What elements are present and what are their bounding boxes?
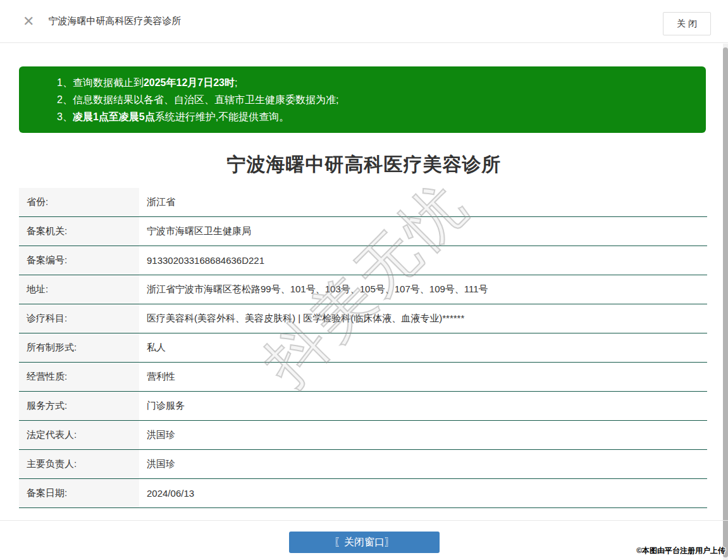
notice-banner: 1、查询数据截止到2025年12月7日23时; 2、信息数据结果以各省、自治区、… [19,66,706,133]
info-row-business-nature: 经营性质: 营利性 [19,363,707,392]
field-label: 备案编号: [19,246,139,275]
field-value: 医疗美容科(美容外科、美容皮肤科) | 医学检验科(临床体液、血液专业)****… [139,304,707,333]
field-value: 913302033168684636D221 [139,246,707,275]
window-title: 宁波海曙中研高科医疗美容诊所 [48,15,181,27]
field-label: 省份: [19,188,139,216]
field-value: 浙江省宁波市海曙区苍松路99号、101号、103号、105号、107号、109号… [139,275,707,304]
info-row-filing-date: 备案日期: 2024/06/13 [19,479,707,508]
notice-line: 3、凌晨1点至凌晨5点系统进行维护,不能提供查询。 [57,108,693,125]
scrollbar-thumb[interactable] [723,47,728,557]
field-label: 所有制形式: [19,333,139,362]
info-row-filing-authority: 备案机关: 宁波市海曙区卫生健康局 [19,217,707,246]
clinic-name-title: 宁波海曙中研高科医疗美容诊所 [0,152,728,178]
info-row-filing-number: 备案编号: 913302033168684636D221 [19,246,707,275]
close-button[interactable]: 关 闭 [663,12,711,35]
field-value: 洪国珍 [139,450,707,478]
info-row-main-person: 主要负责人: 洪国珍 [19,450,707,479]
field-label: 经营性质: [19,363,139,391]
field-label: 诊疗科目: [19,304,139,333]
field-value: 浙江省 [139,188,707,216]
scrollbar-track [723,44,728,560]
field-value: 宁波市海曙区卫生健康局 [139,217,707,246]
info-row-address: 地址: 浙江省宁波市海曙区苍松路99号、101号、103号、105号、107号、… [19,275,707,304]
info-row-service-mode: 服务方式: 门诊服务 [19,392,707,421]
field-label: 地址: [19,275,139,304]
info-row-legal-representative: 法定代表人: 洪国珍 [19,421,707,450]
info-table: 省份: 浙江省 备案机关: 宁波市海曙区卫生健康局 备案编号: 91330203… [19,188,707,508]
field-label: 备案日期: [19,479,139,507]
field-label: 主要负责人: [19,450,139,478]
field-value: 洪国珍 [139,421,707,449]
field-value: 2024/06/13 [139,479,707,507]
info-row-province: 省份: 浙江省 [19,188,707,217]
bottom-divider [0,520,728,521]
notice-line: 2、信息数据结果以各省、自治区、直辖市卫生健康委数据为准; [57,91,693,108]
close-icon[interactable]: ✕ [23,15,34,28]
field-label: 备案机关: [19,217,139,246]
upload-credit: ©本图由平台注册用户上传 [636,545,725,556]
notice-line: 1、查询数据截止到2025年12月7日23时; [57,74,693,91]
field-label: 服务方式: [19,392,139,420]
field-label: 法定代表人: [19,421,139,449]
field-value: 营利性 [139,363,707,391]
field-value: 门诊服务 [139,392,707,420]
field-value: 私人 [139,333,707,362]
window-header: ✕ 宁波海曙中研高科医疗美容诊所 关 闭 [0,0,728,43]
info-row-ownership: 所有制形式: 私人 [19,333,707,363]
close-window-button[interactable]: 〖关闭窗口〗 [289,532,440,553]
info-row-departments: 诊疗科目: 医疗美容科(美容外科、美容皮肤科) | 医学检验科(临床体液、血液专… [19,304,707,333]
